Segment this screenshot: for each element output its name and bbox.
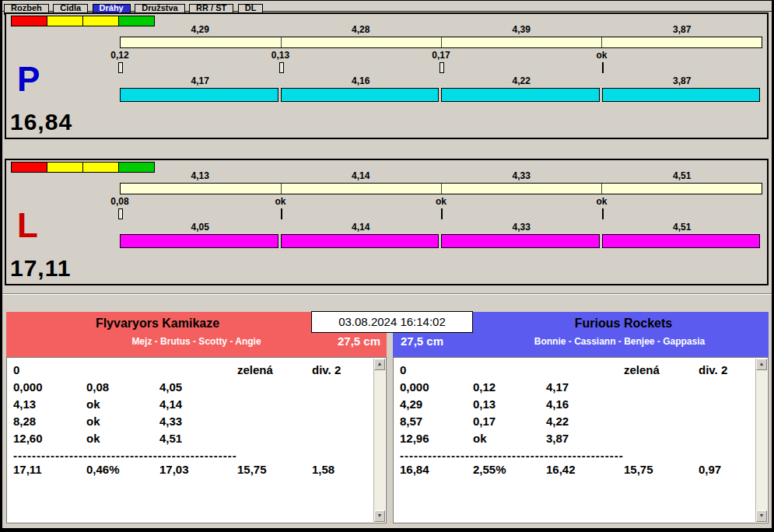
split-bar: [120, 37, 762, 48]
bar-divider: [441, 37, 442, 47]
result-row: 8,570,174,22: [400, 415, 754, 432]
lane-letter: L: [17, 208, 38, 243]
result-cell: 0,000: [13, 380, 86, 394]
tab-label: RR / ST: [196, 4, 226, 12]
tab-label: Cidla: [60, 4, 81, 12]
tab-label: Dráhy: [100, 4, 124, 12]
scroll-up-button[interactable]: ▲: [756, 359, 767, 370]
result-row: 0zelenádiv. 2: [400, 363, 754, 380]
split-time: 4,39: [441, 24, 602, 36]
jump-height: 27,5 cm: [401, 334, 443, 348]
result-sheet[interactable]: 0zelenádiv. 2 0,0000,124,17 4,290,134,16…: [393, 357, 769, 523]
bar-divider: [441, 184, 442, 194]
split-time: 4,28: [281, 24, 442, 36]
dash-separator: ----------------------------------------…: [400, 449, 627, 463]
total-cell: 16,84: [400, 463, 473, 476]
team-subheader: Mejz - Brutus - Scotty - Angie 27,5 cm: [6, 331, 387, 352]
sensor-mark: ok: [571, 50, 633, 61]
split-bar: [120, 183, 762, 194]
result-cell: 8,57: [400, 415, 473, 428]
result-cell: 4,05: [159, 380, 237, 394]
tab-label: Rozbeh: [11, 4, 42, 12]
split-times-top: 4,13 4,14 4,33 4,51: [120, 170, 762, 182]
result-cell: 4,17: [546, 380, 624, 394]
sensor-tick-icon: [279, 62, 284, 73]
team-name: Flyvaryors Kamikaze: [6, 312, 309, 331]
result-cell: 0: [400, 363, 473, 376]
scroll-down-button[interactable]: ▼: [374, 510, 385, 522]
result-cell: div. 2: [312, 363, 374, 376]
result-cell: 0,13: [473, 397, 546, 411]
result-row: 4,13ok4,14: [13, 397, 372, 415]
result-cell: 12,60: [13, 432, 86, 445]
team-subheader: Bonnie - Cassiann - Benjee - Gappasia 27…: [393, 331, 769, 352]
run-bar-segment: [441, 234, 600, 248]
result-cell: 4,16: [546, 397, 624, 411]
leg-times: 4,17 4,16 4,22 3,87: [120, 75, 762, 87]
team-members: Bonnie - Cassiann - Benjee - Gappasia: [393, 331, 769, 347]
result-row: 4,290,134,16: [400, 397, 754, 415]
sensor-ticks: [120, 62, 762, 73]
result-cell: ok: [86, 397, 159, 411]
bar-divider: [281, 37, 282, 47]
tab-bar: Rozbeh Cidla Dráhy Družstva RR / ST DL: [2, 1, 772, 12]
result-cell: 0,17: [473, 415, 546, 428]
run-bar-segment: [602, 88, 761, 102]
leg-time: 4,17: [120, 75, 281, 87]
result-row: 0,0000,084,05: [13, 380, 372, 397]
light-red-icon: [11, 16, 47, 26]
sensor-mark: 0,12: [89, 50, 151, 61]
result-row: 12,96ok3,87: [400, 432, 754, 449]
total-cell: 17,03: [159, 463, 237, 476]
scrollbar[interactable]: ▲ ▼: [373, 359, 385, 522]
result-cell: 0,000: [400, 380, 473, 394]
split-time: 4,14: [281, 170, 442, 182]
result-cell: 4,33: [159, 415, 237, 428]
result-cell: 0,12: [473, 380, 546, 394]
leg-times: 4,05 4,14 4,33 4,51: [120, 222, 762, 233]
lane-letter: P: [17, 62, 40, 96]
result-cell: div. 2: [699, 363, 761, 376]
result-row: 8,28ok4,33: [13, 415, 372, 432]
sensor-mark: ok: [571, 196, 633, 207]
result-row: 0,0000,124,17: [400, 380, 754, 397]
run-bar-segment: [120, 88, 278, 102]
timestamp-box: 03.08.2024 16:14:02: [311, 311, 473, 333]
light-red-icon: [11, 162, 47, 173]
team-members: Mejz - Brutus - Scotty - Angie: [6, 331, 387, 347]
result-sheet[interactable]: 0zelenádiv. 2 0,0000,084,05 4,13ok4,14 8…: [6, 357, 387, 523]
run-bar: [120, 234, 762, 248]
totals-row: 17,110,46%17,0315,751,58: [13, 463, 372, 480]
result-cell: 0,08: [86, 380, 159, 394]
team-panel-left: Flyvaryors Kamikaze Mejz - Brutus - Scot…: [6, 312, 387, 523]
run-bar-segment: [281, 234, 440, 248]
result-cell: ok: [473, 432, 546, 445]
dash-separator: ----------------------------------------…: [13, 449, 240, 463]
split-time: 4,33: [441, 170, 602, 182]
result-cell: ok: [86, 432, 159, 445]
light-yellow-icon: [82, 162, 119, 173]
total-cell: 15,75: [624, 463, 699, 476]
sensor-tick-icon: [118, 62, 123, 73]
light-yellow-icon: [47, 162, 83, 173]
scroll-up-button[interactable]: ▲: [374, 359, 385, 370]
scrollbar[interactable]: ▲ ▼: [755, 359, 767, 522]
sensor-tick-icon: [602, 62, 604, 73]
run-bar: [120, 88, 762, 102]
split-time: 4,29: [120, 24, 281, 36]
divider: [2, 293, 772, 295]
team-panel-right: Furious Rockets Bonnie - Cassiann - Benj…: [393, 312, 769, 523]
leg-time: 4,16: [281, 75, 442, 87]
run-bar-segment: [441, 88, 600, 102]
run-bar-segment: [281, 88, 440, 102]
scroll-down-button[interactable]: ▼: [756, 510, 767, 522]
total-cell: 15,75: [237, 463, 312, 476]
run-bar-segment: [602, 234, 761, 248]
result-cell: 4,13: [13, 397, 86, 411]
run-bar-segment: [120, 234, 278, 248]
result-row: 12,60ok4,51: [13, 432, 372, 449]
bar-divider: [601, 37, 602, 47]
sensor-marks: 0,08 ok ok ok: [120, 196, 762, 208]
split-time: 4,51: [602, 170, 763, 182]
sensor-tick-icon: [440, 62, 444, 73]
